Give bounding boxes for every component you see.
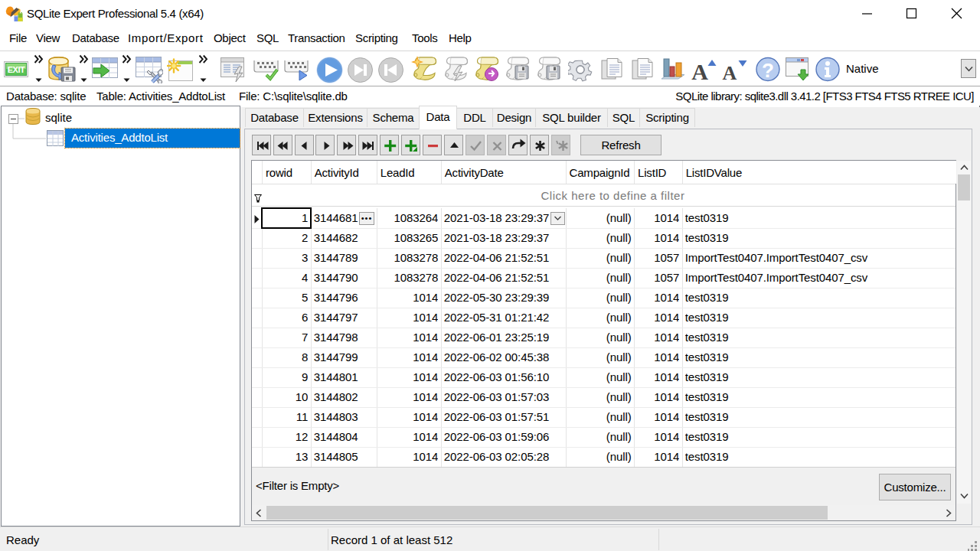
svg-text:?: ? [762, 59, 774, 82]
svg-text:A: A [691, 59, 708, 82]
svg-text:EXIT: EXIT [8, 65, 25, 74]
svg-text:A: A [723, 62, 737, 82]
